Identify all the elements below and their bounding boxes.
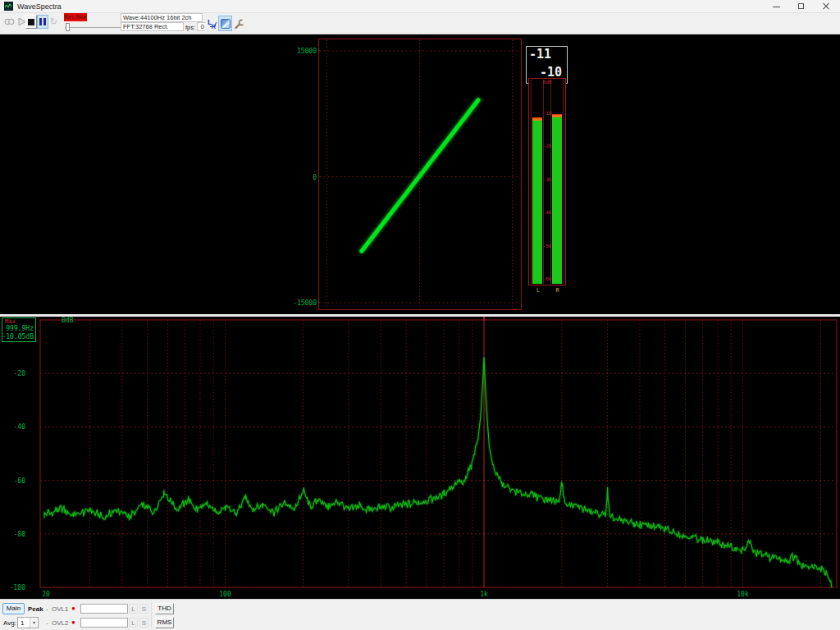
spectrum-plot: 201001k10k0dB-20-40-60-80-100 [0, 317, 840, 599]
level-bar-r [552, 114, 562, 285]
fft-info-field: FFT:32768 Rect. [121, 22, 184, 31]
spectrum-x-tick-label: 10k [737, 591, 749, 598]
stop-button[interactable] [25, 15, 37, 29]
maximize-icon [798, 3, 804, 9]
meter-scale-label: -50 [529, 244, 565, 249]
rms-button[interactable]: RMS [155, 617, 174, 628]
main-tab-button[interactable]: Main [2, 603, 25, 614]
ovl2-input[interactable] [80, 618, 128, 628]
wave-info-field: Wave:44100Hz 16bit 2ch [121, 13, 203, 22]
window-title: WaveSpectra [17, 2, 62, 11]
dash-separator: - [46, 619, 48, 628]
max-marker-box: Max 999.9Hz -10.05dB [2, 317, 36, 342]
toolbar: ↻ Rec.Mon Wave:44100Hz 16bit 2ch FFT:327… [0, 13, 840, 34]
spectrum-y-tick-label: 0dB [62, 317, 74, 324]
spectrum-y-tick-label: -20 [14, 370, 26, 377]
pause-icon [39, 18, 42, 25]
config-button[interactable] [233, 16, 245, 31]
wrench-icon [234, 19, 244, 30]
ovl2-indicator: ● [71, 619, 75, 626]
peak-level-left: -11 [529, 47, 551, 62]
scope-y-tick-label: 15000 [297, 48, 317, 55]
minimize-button[interactable] [765, 0, 789, 13]
scope-y-tick-label: 0 [313, 174, 317, 181]
bottom-control-bar: Main Peak - OVL1 ● L S THD Avg: 1 ▾ - OV… [0, 599, 840, 630]
rec-monitor-indicator: Rec.Mon [64, 13, 87, 21]
window-controls [765, 0, 838, 13]
avg-value: 1 [21, 619, 24, 627]
meter-channel-label-r: R [552, 287, 564, 294]
avg-label: Avg: [3, 619, 16, 628]
title-bar: WaveSpectra [0, 0, 840, 13]
ovl1-s-button[interactable]: S [139, 604, 148, 614]
max-marker-tick [483, 317, 485, 321]
thd-button[interactable]: THD [155, 603, 174, 614]
meter-scale-label: -20 [529, 144, 565, 148]
maximize-button[interactable] [789, 0, 814, 13]
display-settings-button[interactable] [218, 16, 232, 31]
channel-lr-button[interactable]: L R [205, 16, 217, 31]
slider-thumb[interactable] [66, 23, 70, 31]
spectrum-panel: 201001k10k0dB-20-40-60-80-100 Max 999.9H… [0, 317, 840, 599]
meter-scale-label: -40 [529, 210, 565, 215]
spectrum-y-tick-label: -40 [14, 423, 26, 431]
pause-button[interactable] [37, 15, 48, 29]
ovl1-label: OVL1 [52, 605, 68, 614]
spectrum-y-tick-label: -80 [14, 531, 26, 538]
ovl1-l-button[interactable]: L [129, 604, 138, 614]
avg-select[interactable]: 1 ▾ [17, 617, 39, 628]
max-frequency-value: 999.9Hz [6, 326, 34, 332]
spectrum-curve [44, 358, 832, 588]
wavespectra-window: WaveSpectra ↻ Rec.Mon [0, 0, 840, 630]
ovl2-label: OVL2 [52, 619, 68, 628]
ovl2-l-button[interactable]: L [129, 618, 138, 628]
spectrum-y-tick-label: -100 [10, 584, 25, 591]
display-settings-icon [221, 19, 231, 29]
level-bar-l [532, 117, 542, 284]
level-meter: 0dB-10-20-30-40-50-60 [528, 78, 566, 285]
ovl1-input[interactable] [80, 604, 128, 614]
dash-separator: - [46, 605, 48, 614]
scope-y-tick-label: -15000 [293, 299, 317, 307]
spectrum-plot-border [40, 320, 837, 587]
max-level-value: -10.05dB [2, 334, 34, 340]
peak-label: Peak [28, 605, 43, 614]
minimize-icon [773, 7, 780, 7]
max-title: Max [5, 319, 16, 325]
record-device-button[interactable] [2, 15, 16, 29]
meter-channel-label-l: L [532, 287, 544, 294]
stop-icon [28, 19, 34, 25]
meter-scale-label: -30 [529, 177, 565, 182]
spectrum-y-tick-label: -60 [14, 477, 26, 485]
meter-scale-label: -10 [529, 111, 565, 116]
spectrum-x-tick-label: 20 [42, 591, 50, 598]
fps-label: fps: [185, 24, 195, 31]
meter-scale-label: 0dB [529, 80, 565, 84]
spectrum-x-tick-label: 100 [219, 591, 231, 598]
statusbar-separator [151, 602, 152, 628]
chevron-down-icon[interactable]: ▾ [30, 618, 38, 628]
record-device-icon [4, 17, 15, 26]
ovl1-indicator: ● [71, 605, 75, 612]
ovl2-s-button[interactable]: S [139, 618, 148, 628]
close-button[interactable] [814, 0, 838, 13]
xy-scope-plot: 150000-15000 [0, 34, 840, 314]
app-icon [4, 2, 13, 11]
oscilloscope-panel: 150000-15000 -11 -10 0dB-10-20-30-40-50-… [0, 34, 840, 314]
meter-scale-label: -60 [529, 276, 565, 281]
loop-icon: ↻ [50, 17, 57, 26]
loop-button[interactable]: ↻ [48, 15, 59, 29]
spectrum-x-tick-label: 1k [480, 591, 488, 598]
